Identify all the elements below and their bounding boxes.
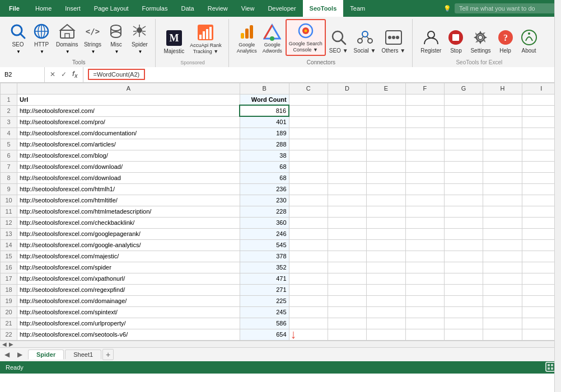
- cell-a14[interactable]: http://seotoolsforexcel.com/google-analy…: [17, 239, 240, 251]
- cell-E14[interactable]: [367, 239, 405, 251]
- about-button[interactable]: About: [518, 27, 540, 56]
- tab-review[interactable]: Review: [201, 0, 235, 17]
- http-button[interactable]: HTTP ▼: [30, 21, 53, 56]
- col-header-b[interactable]: B: [240, 83, 289, 94]
- cell-b6[interactable]: 38: [240, 150, 289, 161]
- cell-C16[interactable]: [289, 262, 328, 273]
- cell-reference[interactable]: B2: [0, 67, 45, 82]
- cell-E3[interactable]: [367, 116, 405, 127]
- cell-f1[interactable]: [405, 94, 444, 105]
- cell-D7[interactable]: [328, 161, 366, 172]
- insert-function-icon[interactable]: fx: [71, 69, 80, 79]
- cell-b14[interactable]: 545: [240, 239, 289, 251]
- cell-H13[interactable]: [483, 228, 522, 239]
- cell-F5[interactable]: [405, 139, 444, 150]
- accuapi-button[interactable]: AccuApi RankTracking ▼: [188, 22, 224, 56]
- cell-D10[interactable]: [328, 195, 366, 206]
- cell-b22[interactable]: 654↓: [240, 329, 289, 340]
- others-button[interactable]: Others ▼: [379, 27, 408, 56]
- cell-H5[interactable]: [483, 139, 522, 150]
- tab-seotools[interactable]: SeoTools: [303, 0, 344, 17]
- cell-F14[interactable]: [405, 239, 444, 251]
- cell-D8[interactable]: [328, 172, 366, 183]
- cell-E22[interactable]: [367, 329, 405, 340]
- formula-display[interactable]: =WordCount(A2): [88, 69, 146, 80]
- cell-d1[interactable]: [328, 94, 366, 105]
- cell-a6[interactable]: http://seotoolsforexcel.com/blog/: [17, 150, 240, 161]
- cell-C7[interactable]: [289, 161, 328, 172]
- settings-button[interactable]: Settings: [468, 27, 493, 56]
- cell-a7[interactable]: http://seotoolsforexcel.com/download/: [17, 161, 240, 172]
- cell-F7[interactable]: [405, 161, 444, 172]
- cell-b7[interactable]: 68: [240, 161, 289, 172]
- cell-E8[interactable]: [367, 172, 405, 183]
- cell-D2[interactable]: [328, 105, 366, 116]
- cell-E12[interactable]: [367, 217, 405, 228]
- cell-D17[interactable]: [328, 273, 366, 284]
- sheet-nav-right[interactable]: ▶: [15, 350, 25, 360]
- cell-G2[interactable]: [444, 105, 483, 116]
- cell-b4[interactable]: 189: [240, 127, 289, 139]
- cell-C12[interactable]: [289, 217, 328, 228]
- cell-a10[interactable]: http://seotoolsforexcel.com/htmltitle/: [17, 195, 240, 206]
- sheet-nav-left[interactable]: ◀: [2, 350, 12, 360]
- cell-G16[interactable]: [444, 262, 483, 273]
- cell-a9[interactable]: http://seotoolsforexcel.com/htmlh1/: [17, 183, 240, 195]
- cell-b3[interactable]: 401: [240, 116, 289, 127]
- col-header-c[interactable]: C: [289, 83, 328, 94]
- cell-a4[interactable]: http://seotoolsforexcel.com/documentatio…: [17, 127, 240, 139]
- stop-button[interactable]: Stop: [445, 27, 467, 56]
- cell-G22[interactable]: [444, 329, 483, 340]
- cell-H11[interactable]: [483, 206, 522, 217]
- cell-H19[interactable]: [483, 295, 522, 306]
- cell-D14[interactable]: [328, 239, 366, 251]
- cell-E6[interactable]: [367, 150, 405, 161]
- cell-C5[interactable]: [289, 139, 328, 150]
- cell-b19[interactable]: 225: [240, 295, 289, 306]
- cell-E17[interactable]: [367, 273, 405, 284]
- cell-G3[interactable]: [444, 116, 483, 127]
- cell-E10[interactable]: [367, 195, 405, 206]
- cell-b9[interactable]: 236: [240, 183, 289, 195]
- scroll-right-icon[interactable]: ▶: [9, 341, 13, 347]
- cell-C14[interactable]: [289, 239, 328, 251]
- cell-C10[interactable]: [289, 195, 328, 206]
- cell-b13[interactable]: 246: [240, 228, 289, 239]
- cell-G6[interactable]: [444, 150, 483, 161]
- cell-F13[interactable]: [405, 228, 444, 239]
- cell-G18[interactable]: [444, 284, 483, 295]
- tab-file[interactable]: File: [0, 0, 29, 17]
- cell-F12[interactable]: [405, 217, 444, 228]
- misc-button[interactable]: Misc ▼: [105, 21, 127, 56]
- cell-C6[interactable]: [289, 150, 328, 161]
- cell-F20[interactable]: [405, 306, 444, 318]
- cell-h1[interactable]: [483, 94, 522, 105]
- cell-D22[interactable]: [328, 329, 366, 340]
- cell-a2[interactable]: http://seotoolsforexcel.com/: [17, 105, 240, 116]
- cell-H20[interactable]: [483, 306, 522, 318]
- cell-H14[interactable]: [483, 239, 522, 251]
- confirm-formula-icon[interactable]: ✓: [59, 70, 68, 79]
- cell-b18[interactable]: 271: [240, 284, 289, 295]
- cell-a3[interactable]: http://seotoolsforexcel.com/pro/: [17, 116, 240, 127]
- tab-page-layout[interactable]: Page Layout: [87, 0, 135, 17]
- cell-H9[interactable]: [483, 183, 522, 195]
- cell-C15[interactable]: [289, 251, 328, 262]
- cell-E20[interactable]: [367, 306, 405, 318]
- cell-G5[interactable]: [444, 139, 483, 150]
- cell-b1[interactable]: Word Count: [240, 94, 289, 105]
- cell-F16[interactable]: [405, 262, 444, 273]
- cell-b16[interactable]: 352: [240, 262, 289, 273]
- tab-developer[interactable]: Developer: [261, 0, 302, 17]
- cell-E11[interactable]: [367, 206, 405, 217]
- col-header-f[interactable]: F: [405, 83, 444, 94]
- cell-G17[interactable]: [444, 273, 483, 284]
- cell-F17[interactable]: [405, 273, 444, 284]
- register-button[interactable]: Register: [418, 27, 443, 56]
- cell-G14[interactable]: [444, 239, 483, 251]
- tab-team[interactable]: Team: [343, 0, 372, 17]
- col-header-d[interactable]: D: [328, 83, 366, 94]
- tab-view[interactable]: View: [235, 0, 261, 17]
- cell-H2[interactable]: [483, 105, 522, 116]
- cell-G12[interactable]: [444, 217, 483, 228]
